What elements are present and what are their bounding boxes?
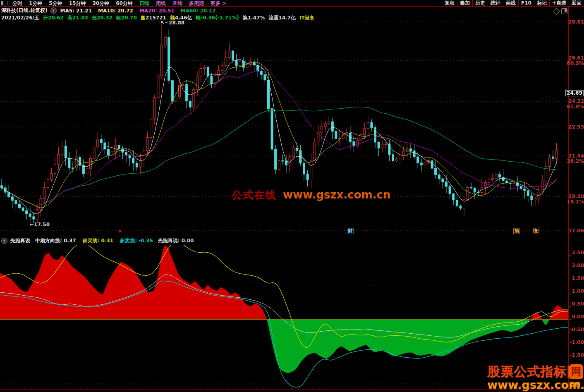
layout-toggle-button[interactable] xyxy=(0,0,9,6)
menu-item-history[interactable]: 历史 xyxy=(472,0,488,6)
candlestick-chart[interactable] xyxy=(0,22,568,236)
quote-turnover: 换1.47% xyxy=(243,14,265,22)
menu-item-drawline[interactable]: 画线 xyxy=(503,0,518,6)
axis-tick xyxy=(569,358,571,358)
axis-current-price: 24.69 xyxy=(565,90,584,96)
axis-tick xyxy=(569,127,571,127)
event-marker-s[interactable]: s xyxy=(118,228,121,234)
indicator-axis-label: 0.50 xyxy=(572,301,584,307)
menu-item-back[interactable]: 返回 xyxy=(569,0,584,6)
quote-info-row: 2021/02/26/五 开20.62 高21.03 低20.32 收20.70… xyxy=(1,15,315,21)
indicator-axis-label: 2.50 xyxy=(572,250,584,256)
indicator-axis-label: -1.00 xyxy=(570,340,584,345)
indicator-axis-label: 1.50 xyxy=(572,276,584,281)
collapse-indicator-icon[interactable]: ∨ xyxy=(1,238,7,244)
axis-price-label: 38.2% xyxy=(567,159,584,164)
quote-low: 低20.32 xyxy=(92,14,112,22)
axis-tick xyxy=(569,101,571,102)
axis-price-label: 19.1% xyxy=(567,199,584,205)
indicator-axis-label: 0.00 xyxy=(572,314,584,320)
indicator-overbought-value: 超买线: 0.31 xyxy=(83,237,114,244)
axis-tick xyxy=(569,60,571,61)
indicator-mid-value: 中期方向线: 0.37 xyxy=(35,237,76,244)
menu-item-60min[interactable]: 60分钟 xyxy=(112,0,136,6)
axis-tick xyxy=(569,319,571,320)
indicator-header: ∨ 先跑再说 中期方向线: 0.37 超买线: 0.31 超卖线: -0.35 … xyxy=(1,237,194,244)
axis-tick xyxy=(569,196,571,197)
axis-price-label: 80.9% xyxy=(567,61,584,66)
menu-item-1min[interactable]: 1分钟 xyxy=(26,0,45,6)
menu-item-fenshi[interactable]: 分时 xyxy=(9,0,26,6)
axis-tick xyxy=(569,294,571,294)
watermark-url-text: www.gszx.com.cn xyxy=(283,189,390,201)
logo-glyph-icon: 网 xyxy=(569,364,583,379)
center-watermark: 公式在线 www.gszx.com.cn xyxy=(232,188,390,202)
menu-item-fuquan[interactable]: 复权 xyxy=(442,0,457,6)
collapse-main-icon[interactable]: ∨ xyxy=(50,7,57,14)
price-axis[interactable]: 28.8126.6180.9%24.6924.3261.8%22.9321.54… xyxy=(568,7,584,391)
panel-separator xyxy=(0,236,568,236)
indicator-signal-value: 先跑再说: 0.00 xyxy=(158,237,194,244)
menu-item-overlay[interactable]: 叠加 xyxy=(457,0,472,6)
tool-menu: 复权 叠加 历史 统计 画线 F10 标记 +自选 返回 xyxy=(442,0,584,6)
event-marker-预[interactable]: 预 xyxy=(513,228,520,234)
app-window: 分时 1分钟 5分钟 15分钟 30分钟 60分钟 日线 周线 月线 多周期 更… xyxy=(0,0,584,392)
quote-industry: IT设备 xyxy=(299,14,315,22)
quote-date: 2021/02/26/五 xyxy=(1,14,39,22)
indicator-axis-label: -0.50 xyxy=(570,327,584,332)
indicator-name[interactable]: 先跑再说 xyxy=(10,237,30,244)
menu-item-15min[interactable]: 15分钟 xyxy=(66,0,89,6)
axis-tick xyxy=(569,281,571,281)
indicator-oversold-value: 超卖线: -0.35 xyxy=(120,237,153,244)
indicator-axis-label: 1.00 xyxy=(572,289,584,294)
split-panel-icon[interactable] xyxy=(561,8,567,14)
ma60-value: MA60: 20.12 xyxy=(181,8,216,14)
menu-item-mark[interactable]: 标记 xyxy=(534,0,549,6)
axis-tick xyxy=(569,255,571,256)
stock-title[interactable]: 深科技(日线.前复权) xyxy=(1,7,48,14)
quote-float-cap: 流通14.7亿 xyxy=(268,14,296,22)
indicator-axis-label: 2.00 xyxy=(572,263,584,268)
arrow-up-left-icon: ↖ xyxy=(160,20,165,26)
axis-tick xyxy=(569,22,571,22)
axis-tick xyxy=(569,306,571,307)
chart-title-row: 深科技(日线.前复权) ∨ MA5: 21.21 MA10: 20.72 MA2… xyxy=(1,7,216,14)
menu-item-more[interactable]: 更多 > xyxy=(207,0,230,6)
indicator-chart[interactable] xyxy=(0,245,568,391)
axis-tick xyxy=(569,345,571,345)
indicator-axis-label: -1.50 xyxy=(570,353,584,358)
menu-item-weekly[interactable]: 周线 xyxy=(153,0,169,6)
quote-high: 高21.03 xyxy=(67,14,88,22)
high-annotation: ↖~28.88 xyxy=(160,20,184,26)
quote-close: 收20.70 xyxy=(116,14,137,22)
menu-item-monthly[interactable]: 月线 xyxy=(169,0,186,6)
axis-tick xyxy=(569,268,571,268)
menu-item-daily-selected[interactable]: 日线 xyxy=(136,0,153,6)
axis-tick xyxy=(569,332,571,332)
watermark-cn-text: 公式在线 xyxy=(232,188,276,202)
menu-item-f10[interactable]: F10 xyxy=(518,0,534,6)
period-menu-bar: 分时 1分钟 5分钟 15分钟 30分钟 60分钟 日线 周线 月线 多周期 更… xyxy=(0,0,584,7)
menu-item-stats[interactable]: 统计 xyxy=(488,0,503,6)
axis-price-label: 61.8% xyxy=(567,104,584,110)
menu-item-30min[interactable]: 30分钟 xyxy=(89,0,112,6)
quote-change: 幅-0.36(-1.71%) xyxy=(196,14,239,22)
diamond-tool-icon[interactable] xyxy=(553,8,560,15)
event-marker-涨[interactable]: 涨 xyxy=(532,228,539,234)
event-marker-财[interactable]: 财 xyxy=(347,228,354,234)
menu-item-multi-period[interactable]: 多周期 xyxy=(186,0,207,6)
logo-sub-text: cn xyxy=(569,379,584,388)
axis-tick xyxy=(569,231,571,231)
ma10-value: MA10: 20.72 xyxy=(98,8,133,14)
low-annotation: ←17.50 xyxy=(30,222,50,227)
quote-volume-label: 量 xyxy=(141,14,146,22)
menu-item-5min[interactable]: 5分钟 xyxy=(45,0,65,6)
quote-open: 开20.62 xyxy=(43,14,64,22)
site-logo: 网 cn xyxy=(569,364,584,388)
ma5-value: MA5: 21.21 xyxy=(60,8,92,14)
menu-item-add-watchlist[interactable]: +自选 xyxy=(549,0,569,6)
axis-tick xyxy=(569,156,571,156)
ma20-value: MA20: 20.51 xyxy=(139,8,175,14)
window-icon xyxy=(1,1,7,5)
